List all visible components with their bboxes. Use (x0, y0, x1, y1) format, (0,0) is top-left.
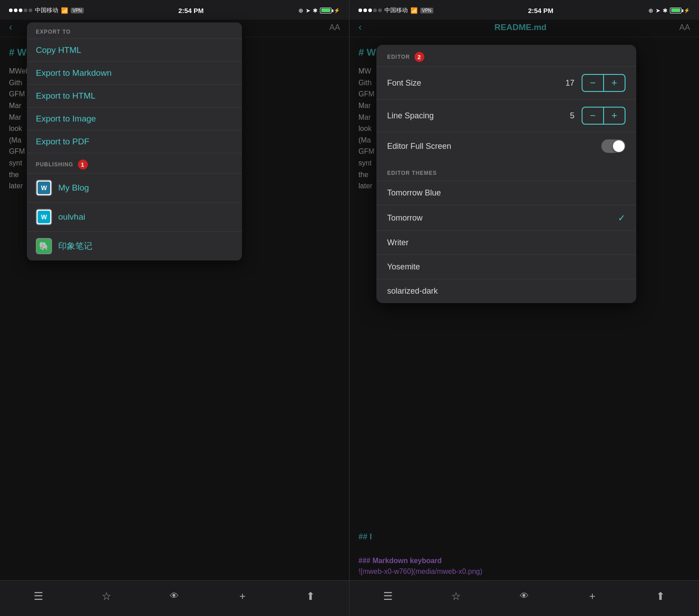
add-button-left[interactable]: + (231, 585, 254, 607)
bluetooth-icon: ✱ (313, 7, 318, 14)
menu-item-export-pdf[interactable]: Export to PDF (27, 130, 242, 153)
status-left: 中国移动 📶 VPN (9, 6, 84, 14)
publishing-section-label: PUBLISHING (36, 161, 73, 168)
dot1 (9, 9, 13, 12)
add-button-right[interactable]: + (581, 585, 604, 607)
publishing-badge: 1 (78, 160, 88, 169)
my-blog-icon: W (36, 180, 52, 196)
battery-icon (320, 8, 332, 13)
yinxiang-logo: 🐘 (39, 241, 49, 251)
rdot1 (358, 9, 362, 12)
font-size-label: Font Size (387, 78, 421, 88)
line-spacing-controls: 5 − + (570, 107, 626, 125)
charging-icon-right: ⚡ (684, 8, 690, 13)
toggle-thumb (613, 140, 625, 152)
theme-tomorrow-checkmark: ✓ (618, 213, 626, 223)
line-spacing-stepper: − + (582, 107, 626, 125)
list-button-left[interactable]: ☰ (27, 585, 50, 607)
list-icon-right: ☰ (383, 590, 393, 603)
star-button-left[interactable]: ☆ (95, 585, 118, 607)
direction-icon-right: ➤ (656, 7, 660, 14)
export-section-label: EXPORT TO (36, 29, 71, 35)
oulvhai-wp-logo: W (38, 211, 50, 223)
rdot4 (373, 9, 377, 12)
menu-item-yinxiang[interactable]: 🐘 印象笔记 (27, 231, 242, 260)
eye-icon-left: 👁 (170, 591, 179, 601)
star-icon-left: ☆ (102, 590, 112, 603)
dot4 (24, 9, 27, 12)
menu-item-oulvhai[interactable]: W oulvhai (27, 202, 242, 231)
battery-fill (321, 9, 330, 13)
theme-writer-label: Writer (387, 238, 409, 247)
share-icon-right: ⬆ (656, 590, 665, 603)
full-screen-label: Editor Full Screen (387, 142, 451, 151)
preview-button-left[interactable]: 👁 (163, 585, 186, 607)
theme-item-tomorrow-blue[interactable]: Tomorrow Blue (376, 181, 636, 205)
my-blog-label: My Blog (58, 183, 89, 193)
theme-item-tomorrow[interactable]: Tomorrow ✓ (376, 205, 636, 230)
share-button-left[interactable]: ⬆ (299, 585, 322, 607)
export-html-label: Export to HTML (36, 91, 95, 101)
signal-dots (9, 9, 32, 12)
export-dropdown-menu: EXPORT TO Copy HTML Export to Markdown E… (27, 22, 242, 260)
full-screen-row: Editor Full Screen (376, 132, 636, 160)
line-spacing-value: 5 (570, 111, 574, 121)
line-spacing-increase-button[interactable]: + (604, 108, 625, 124)
status-left-right: 中国移动 📶 VPN (358, 6, 433, 14)
theme-item-solarized-dark[interactable]: solarized-dark (376, 279, 636, 303)
wifi-icon: 📶 (61, 7, 68, 14)
font-size-increase-button[interactable]: + (604, 75, 625, 91)
copy-html-label: Copy HTML (36, 45, 81, 55)
share-button-right[interactable]: ⬆ (649, 585, 672, 607)
export-pdf-label: Export to PDF (36, 137, 89, 147)
settings-popup: EDITOR 2 Font Size 17 − + Line Spacing 5… (376, 45, 636, 303)
themes-section-label: EDITOR THEMES (387, 170, 437, 176)
rdot5 (378, 9, 382, 12)
star-button-right[interactable]: ☆ (445, 585, 467, 607)
bottom-toolbar-left: ☰ ☆ 👁 + ⬆ (0, 580, 349, 616)
plus-icon-right: + (589, 590, 595, 603)
wifi-icon-right: 📶 (410, 7, 418, 14)
yinxiang-icon: 🐘 (36, 238, 52, 254)
status-bar-left: 中国移动 📶 VPN 2:54 PM ⊕ ➤ ✱ ⚡ (0, 0, 349, 20)
eye-icon-right: 👁 (520, 591, 529, 601)
themes-section-header: EDITOR THEMES (376, 163, 636, 181)
menu-item-export-html[interactable]: Export to HTML (27, 84, 242, 107)
menu-item-export-image[interactable]: Export to Image (27, 107, 242, 130)
bluetooth-icon-right: ✱ (663, 7, 668, 14)
line-spacing-label: Line Spacing (387, 111, 434, 121)
menu-item-export-markdown[interactable]: Export to Markdown (27, 61, 242, 84)
theme-item-yosemite[interactable]: Yosemite (376, 255, 636, 279)
oulvhai-icon: W (36, 209, 52, 225)
plus-icon-left: + (239, 590, 246, 603)
charging-icon: ⚡ (334, 8, 340, 13)
status-right-left: ⊕ ➤ ✱ ⚡ (298, 7, 340, 14)
menu-item-my-blog[interactable]: W My Blog (27, 173, 242, 202)
font-size-decrease-button[interactable]: − (582, 75, 603, 91)
share-icon-left: ⬆ (306, 590, 315, 603)
line-spacing-decrease-button[interactable]: − (582, 108, 603, 124)
vpn-badge: VPN (71, 8, 84, 13)
menu-item-copy-html[interactable]: Copy HTML (27, 39, 242, 61)
list-icon-left: ☰ (34, 590, 43, 603)
status-right-right: ⊕ ➤ ✱ ⚡ (648, 7, 690, 14)
yinxiang-label: 印象笔记 (58, 240, 92, 252)
status-bar-right: 中国移动 📶 VPN 2:54 PM ⊕ ➤ ✱ ⚡ (350, 0, 699, 20)
battery-icon-right (670, 8, 682, 13)
rdot2 (363, 9, 367, 12)
status-time-right: 2:54 PM (528, 7, 553, 14)
export-markdown-label: Export to Markdown (36, 68, 112, 78)
font-size-row: Font Size 17 − + (376, 66, 636, 99)
font-size-stepper: − + (582, 74, 626, 92)
theme-solarized-dark-label: solarized-dark (387, 286, 438, 296)
oulvhai-label: oulvhai (58, 212, 85, 222)
dot3 (19, 9, 22, 12)
preview-button-right[interactable]: 👁 (513, 585, 535, 607)
right-phone-panel: 中国移动 📶 VPN 2:54 PM ⊕ ➤ ✱ ⚡ ‹ README.md A… (350, 0, 699, 616)
publishing-section-header: PUBLISHING 1 (27, 153, 242, 173)
battery-fill-right (671, 9, 680, 13)
signal-dots-right (358, 9, 382, 12)
theme-item-writer[interactable]: Writer (376, 230, 636, 255)
list-button-right[interactable]: ☰ (377, 585, 399, 607)
full-screen-toggle[interactable] (601, 139, 626, 153)
